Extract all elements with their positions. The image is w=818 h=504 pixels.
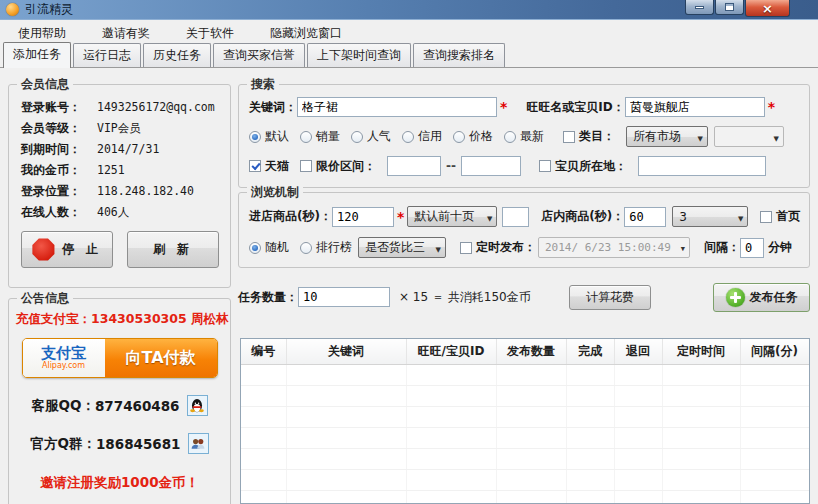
tab-run-log[interactable]: 运行日志 [73,43,141,67]
checkbox-off-icon [300,160,312,172]
sort-radio-default[interactable]: 默认 [249,128,289,145]
pages-dropdown[interactable]: 默认前十页 [407,206,497,227]
alipay-sub-text: Alipay.com [42,361,85,370]
ranking-label: 排行榜 [316,239,352,256]
price-range-separator: -- [446,159,456,173]
sort-radio-credit[interactable]: 信用 [402,128,442,145]
search-group-title: 搜索 [247,76,279,93]
sort-newest-label: 最新 [520,128,544,145]
menu-invite[interactable]: 邀请有奖 [98,23,154,44]
radio-on-icon [249,131,261,143]
service-qq-label: 客服QQ： [32,397,95,415]
alipay-logo: 支付宝 Alipay.com [23,339,105,377]
category-sub-dropdown[interactable] [714,126,784,147]
item-location-label: 宝贝所在地： [555,158,627,175]
enter-shop-seconds-label: 进店商品(秒)： [249,208,332,225]
schedule-datetime-picker[interactable]: 2014/ 6/23 15:00:49 [538,237,690,258]
minimize-button[interactable] [685,0,714,15]
qq-group-icon[interactable] [188,433,209,454]
interval-input[interactable] [740,238,764,258]
refresh-button[interactable]: 刷 新 [127,231,219,268]
enter-shop-seconds-input[interactable] [332,207,394,227]
ranking-radio[interactable]: 排行榜 [300,239,352,256]
wangwang-input[interactable] [625,97,765,117]
in-shop-count-value: 3 [679,210,687,224]
chevron-down-icon [676,241,685,254]
stop-sign-icon [32,238,55,261]
online-row: 在线人数：406人 [21,202,230,223]
compare-dropdown[interactable]: 是否货比三 [358,237,446,258]
tab-history[interactable]: 历史任务 [143,43,211,67]
price-max-input[interactable] [461,156,521,176]
service-qq-value: 877460486 [95,398,180,414]
sort-credit-label: 信用 [418,128,442,145]
keyword-input[interactable] [297,97,497,117]
search-group: 搜索 关键词： * 旺旺名或宝贝ID： * 默认 销量 人气 信用 价格 最新 … [238,84,810,188]
task-quantity-input[interactable] [298,287,390,307]
category-market-dropdown[interactable]: 所有市场 [626,126,708,147]
item-location-checkbox[interactable]: 宝贝所在地： [539,158,627,175]
checkbox-off-icon [760,211,772,223]
search-row-filters: 天猫 限价区间： -- 宝贝所在地： [239,147,809,176]
coins-label: 我的金币： [21,160,97,181]
alipay-pay-button[interactable]: 支付宝 Alipay.com 向TA付款 [22,338,218,378]
calculate-cost-button[interactable]: 计算花费 [569,285,651,310]
menu-help[interactable]: 使用帮助 [14,23,70,44]
tab-buyer-credit[interactable]: 查询买家信誉 [213,43,305,67]
price-range-checkbox[interactable]: 限价区间： [300,158,376,175]
maximize-button[interactable] [715,0,744,15]
sort-radio-newest[interactable]: 最新 [504,128,544,145]
sort-radio-price[interactable]: 价格 [453,128,493,145]
item-location-input[interactable] [638,156,766,176]
refresh-button-label: 刷 新 [153,241,193,258]
member-info-rows: 登录账号：1493256172@qq.com 会员等级：VIP会员 到期时间：2… [9,85,230,223]
column-interval-min: 间隔(分) [740,339,809,364]
column-keyword: 关键词 [286,339,406,364]
enter-required-mark: * [397,212,404,222]
announcement-group: 公告信息 充值支付宝：13430530305 周松林 支付宝 Alipay.co… [8,298,231,504]
tab-search-rank[interactable]: 查询搜索排名 [413,43,505,67]
sort-default-label: 默认 [265,128,289,145]
sort-popularity-label: 人气 [367,128,391,145]
category-checkbox[interactable]: 类目： [563,128,615,145]
checkbox-off-icon [460,242,472,254]
coins-row: 我的金币：1251 [21,160,230,181]
coins-value: 1251 [97,160,125,181]
publish-task-button[interactable]: 发布任务 [713,283,810,312]
tab-add-task[interactable]: 添加任务 [3,42,71,68]
tmall-checkbox[interactable]: 天猫 [249,158,289,175]
chevron-down-icon [733,210,743,224]
close-button[interactable] [745,0,790,17]
pages-extra-input[interactable] [502,207,529,227]
level-row: 会员等级：VIP会员 [21,118,230,139]
radio-off-icon [504,131,516,143]
task-table-header: 编号 关键词 旺旺/宝贝ID 发布数量 完成 退回 定时时间 间隔(分) [241,339,809,364]
in-shop-count-dropdown[interactable]: 3 [672,206,748,227]
official-qgroup-value: 186845681 [96,436,181,452]
sort-radio-sales[interactable]: 销量 [300,128,340,145]
tab-shelf-time[interactable]: 上下架时间查询 [307,43,411,67]
sort-sales-label: 销量 [316,128,340,145]
homepage-checkbox[interactable]: 首页 [760,208,800,225]
random-radio[interactable]: 随机 [249,239,289,256]
interval-unit-label: 分钟 [768,239,792,256]
alipay-pay-label: 向TA付款 [105,339,217,377]
official-qgroup-row: 官方Q群： 186845681 [9,433,230,454]
checkbox-off-icon [539,160,551,172]
task-table[interactable]: 编号 关键词 旺旺/宝贝ID 发布数量 完成 退回 定时时间 间隔(分) [240,338,810,504]
browse-group-title: 浏览机制 [247,184,303,201]
column-publish-count: 发布数量 [496,339,566,364]
browse-row-2: 随机 排行榜 是否货比三 定时发布： 2014/ 6/23 15:00:49 间… [239,227,809,258]
stop-button[interactable]: 停 止 [21,231,113,268]
in-shop-seconds-input[interactable] [624,207,666,227]
qq-penguin-icon[interactable] [187,395,208,416]
menu-hide-browser[interactable]: 隐藏浏览窗口 [266,23,346,44]
menu-about[interactable]: 关于软件 [182,23,238,44]
sort-radio-popularity[interactable]: 人气 [351,128,391,145]
price-min-input[interactable] [387,156,441,176]
column-schedule-time: 定时时间 [662,339,740,364]
title-bar: 引流精灵 [0,0,818,20]
search-row-keyword: 关键词： * 旺旺名或宝贝ID： * [239,85,809,117]
schedule-checkbox[interactable]: 定时发布： [460,239,536,256]
checkbox-checked-icon [249,160,261,172]
